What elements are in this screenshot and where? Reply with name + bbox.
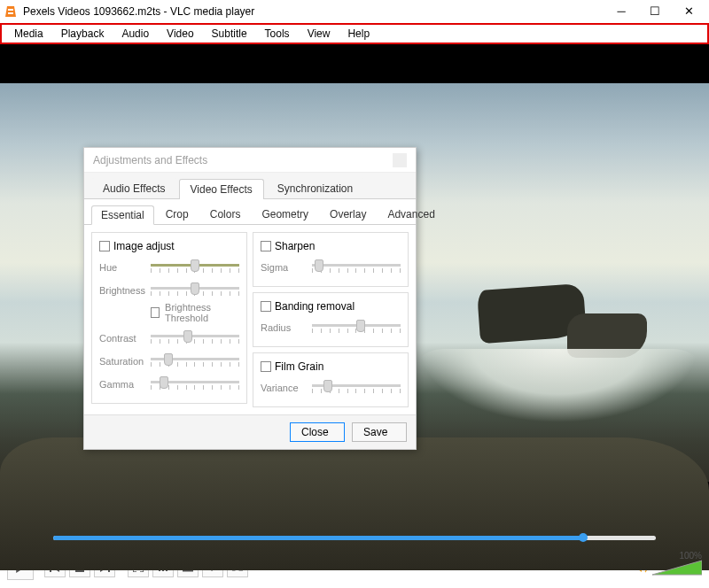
svg-marker-19 — [652, 561, 702, 575]
label-sharpen: Sharpen — [275, 240, 315, 252]
subtab-crop[interactable]: Crop — [156, 205, 199, 224]
group-sharpen: Sharpen Sigma — [253, 232, 409, 287]
subtab-overlay[interactable]: Overlay — [320, 205, 376, 224]
menu-help[interactable]: Help — [339, 25, 378, 43]
tab-audio-effects[interactable]: Audio Effects — [91, 178, 177, 198]
slider-contrast[interactable] — [151, 330, 239, 346]
checkbox-film-grain[interactable] — [261, 361, 271, 372]
vlc-icon — [4, 4, 18, 19]
title-bar: Pexels Videos 1093662.m2ts - VLC media p… — [0, 0, 709, 23]
menu-media[interactable]: Media — [5, 25, 52, 43]
label-image-adjust: Image adjust — [113, 240, 175, 252]
seek-fill — [53, 536, 583, 540]
seek-knob[interactable] — [579, 533, 588, 542]
slider-sigma[interactable] — [312, 259, 401, 275]
menu-playback[interactable]: Playback — [52, 25, 113, 43]
checkbox-brightness-threshold[interactable] — [151, 307, 160, 318]
label-brightness: Brightness — [99, 285, 145, 296]
tab-synchronization[interactable]: Synchronization — [266, 178, 364, 198]
subtab-colors[interactable]: Colors — [200, 205, 251, 224]
menu-audio[interactable]: Audio — [113, 25, 158, 43]
label-contrast: Contrast — [99, 333, 145, 344]
close-dialog-button[interactable]: Close — [290, 422, 345, 442]
slider-saturation[interactable] — [151, 353, 239, 369]
label-variance: Variance — [261, 383, 307, 393]
save-dialog-button[interactable]: Save — [352, 422, 407, 442]
minimize-button[interactable]: ─ — [604, 0, 638, 23]
checkbox-banding-removal[interactable] — [261, 301, 271, 312]
volume-slider[interactable]: 100% — [652, 560, 702, 576]
menu-video[interactable]: Video — [158, 25, 202, 43]
svg-rect-17 — [183, 570, 193, 572]
video-area[interactable]: Adjustments and Effects Audio Effects Vi… — [0, 44, 709, 522]
label-brightness-threshold: Brightness Threshold — [165, 302, 239, 323]
svg-rect-2 — [8, 12, 13, 14]
maximize-button[interactable]: ☐ — [638, 0, 672, 23]
effects-dialog: Adjustments and Effects Audio Effects Vi… — [83, 147, 417, 450]
close-button[interactable]: ✕ — [672, 0, 705, 23]
label-film-grain: Film Grain — [275, 360, 323, 373]
window-title: Pexels Videos 1093662.m2ts - VLC media p… — [23, 5, 604, 18]
svg-marker-0 — [5, 6, 16, 17]
subtab-geometry[interactable]: Geometry — [252, 205, 318, 224]
menu-subtitle[interactable]: Subtitle — [203, 25, 256, 43]
group-banding-removal: Banding removal Radius — [253, 292, 409, 347]
dialog-close-icon[interactable] — [393, 153, 407, 167]
dialog-title: Adjustments and Effects — [93, 154, 207, 166]
checkbox-sharpen[interactable] — [261, 241, 271, 251]
label-sigma: Sigma — [261, 262, 307, 273]
label-banding-removal: Banding removal — [275, 300, 354, 313]
group-film-grain: Film Grain Variance — [253, 352, 409, 407]
label-gamma: Gamma — [99, 379, 145, 390]
slider-radius[interactable] — [312, 320, 401, 336]
label-radius: Radius — [261, 322, 307, 333]
slider-variance[interactable] — [312, 380, 401, 396]
label-hue: Hue — [99, 262, 145, 273]
subtab-advanced[interactable]: Advanced — [378, 205, 444, 224]
checkbox-image-adjust[interactable] — [99, 241, 110, 251]
volume-percent: 100% — [679, 551, 702, 561]
seek-bar[interactable] — [53, 533, 656, 542]
subtab-essential[interactable]: Essential — [91, 205, 154, 225]
menu-tools[interactable]: Tools — [256, 25, 299, 43]
label-saturation: Saturation — [99, 356, 145, 367]
group-image-adjust: Image adjust Hue Brightness — [91, 232, 247, 404]
tab-video-effects[interactable]: Video Effects — [179, 179, 264, 199]
slider-hue[interactable] — [151, 259, 239, 275]
slider-brightness[interactable] — [151, 282, 239, 298]
menu-bar: Media Playback Audio Video Subtitle Tool… — [0, 23, 709, 44]
menu-view[interactable]: View — [299, 25, 339, 43]
slider-gamma[interactable] — [151, 376, 239, 392]
svg-rect-1 — [8, 9, 13, 11]
